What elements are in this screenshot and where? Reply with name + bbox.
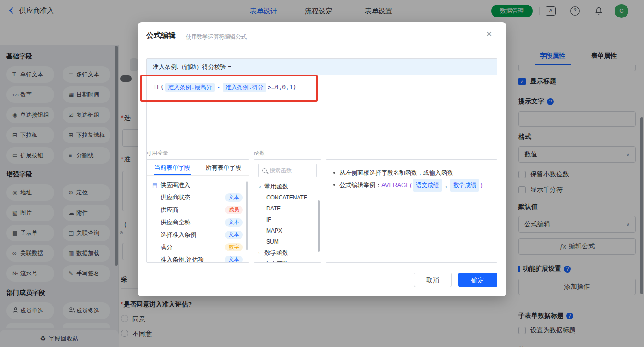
form-doc-icon: ▤ [152,182,157,188]
formula-field-token: 准入条例.最高分 [165,83,214,92]
formula-target: 准入条例.（辅助）得分校验 = [147,59,497,75]
type-badge: 成员 [225,206,243,214]
functions-scrollbar[interactable] [318,200,320,252]
function-item[interactable]: DATE [254,203,321,214]
function-group-text[interactable]: ›文本函数 [254,258,321,263]
function-item[interactable]: SUM [254,236,321,247]
formula-expression[interactable]: IF(准入条例.最高分-准入条例.得分>=0,0,1) [147,75,497,92]
formula-tail: >=0,0,1) [268,84,297,91]
function-item[interactable]: IF [254,214,321,225]
formula-editor[interactable]: 准入条例.（辅助）得分校验 = IF(准入条例.最高分-准入条例.得分>=0,0… [146,58,497,165]
confirm-button[interactable]: 确定 [458,273,497,287]
formula-func: IF( [153,84,164,91]
tree-field[interactable]: 准入条例.评估项文本 [147,253,249,263]
tree-field[interactable]: 供应商全称文本 [147,216,249,228]
function-search[interactable]: 搜索函数 [258,164,317,177]
type-badge: 数字 [225,243,243,251]
functions-label: 函数 [254,149,265,157]
search-icon [262,168,267,173]
type-badge: 文本 [225,218,243,227]
tree-field[interactable]: 满分数字 [147,241,249,253]
type-badge: 文本 [225,231,243,239]
cancel-button[interactable]: 取消 [414,273,452,287]
modal-title: 公式编辑 [146,31,176,40]
close-icon[interactable]: ✕ [486,29,492,39]
app: 供应商准入 表单设计 流程设定 表单设置 数据管理 A ? C ⊘表单外链 ⊡后… [0,0,644,347]
function-item[interactable]: MAPX [254,225,321,236]
modal-header-divider [138,45,506,45]
function-item[interactable]: CONCATENATE [254,192,321,203]
variables-label: 可用变量 [146,149,168,157]
formula-edit-modal: 公式编辑 使用数学运算符编辑公式 ✕ 准入条例.（辅助）得分校验 = IF(准入… [138,22,506,296]
function-group-math[interactable]: ›数学函数 [254,247,321,258]
search-placeholder: 搜索函数 [270,167,292,175]
example-close-paren: ) [480,182,482,188]
tree-field[interactable]: 供应商状态文本 [147,191,249,204]
bullet [334,172,335,174]
modal-subtitle: 使用数学运算符编辑公式 [186,33,247,41]
tree-field[interactable]: 选择准入条例文本 [147,228,249,241]
example-field-token: 数学成绩 [450,179,479,192]
help-line-1: 从左侧面板选择字段名和函数，或输入函数 [333,167,490,179]
chevron-right-icon: › [258,250,264,256]
functions-panel: 搜索函数 ∨常用函数 CONCATENATE DATE IF MAPX SUM … [254,159,321,263]
tab-all-form-fields[interactable]: 所有表单字段 [198,160,249,175]
variables-tabs: 当前表单字段 所有表单字段 [147,160,249,176]
type-badge: 文本 [225,256,243,263]
type-badge: 文本 [225,193,243,202]
formula-operator: - [217,84,221,91]
chevron-right-icon: › [258,262,264,263]
tree-root[interactable]: ▤供应商准入 [147,179,249,191]
variables-scrollbar[interactable] [246,181,248,250]
example-field-token: 语文成绩 [413,179,442,192]
variables-tree: ▤供应商准入 供应商状态文本 供应商成员 供应商全称文本 选择准入条例文本 满分… [147,176,249,263]
variables-panel: 当前表单字段 所有表单字段 ▤供应商准入 供应商状态文本 供应商成员 供应商全称… [146,159,249,263]
tab-current-form-fields[interactable]: 当前表单字段 [147,160,198,175]
bullet [334,184,335,186]
help-panel: 从左侧面板选择字段名和函数，或输入函数 公式编辑举例：AVERAGE(语文成绩，… [326,159,497,263]
function-group-common[interactable]: ∨常用函数 [254,181,321,192]
formula-field-token: 准入条例.得分 [223,83,266,92]
help-line-2: 公式编辑举例：AVERAGE(语文成绩，数学成绩) [333,179,490,192]
chevron-down-icon: ∨ [258,184,264,189]
tree-field[interactable]: 供应商成员 [147,204,249,216]
example-func: AVERAGE( [381,182,412,188]
